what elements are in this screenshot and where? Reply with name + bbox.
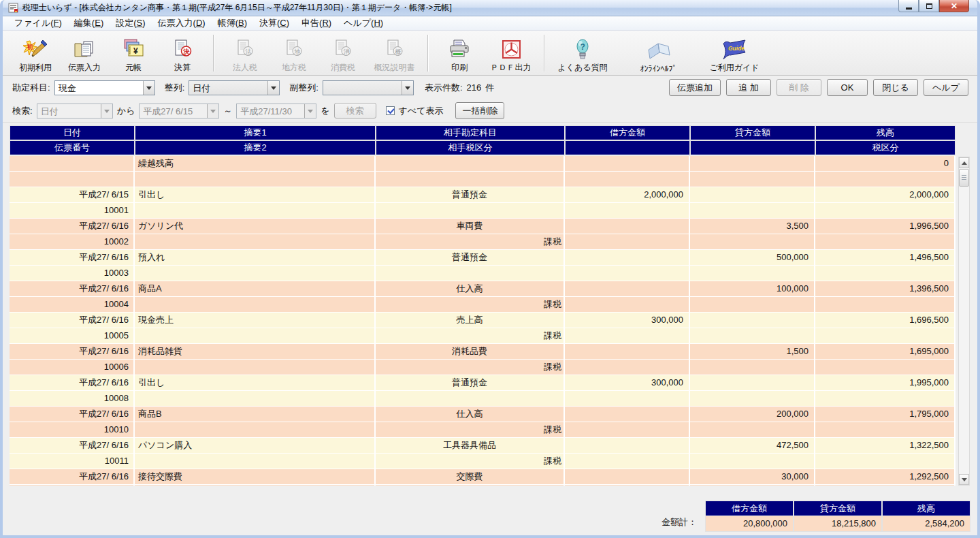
- cell-blank: [565, 203, 689, 218]
- general-ledger-button[interactable]: ¥元帳: [109, 33, 158, 74]
- menu-books[interactable]: 帳簿(B): [212, 16, 253, 31]
- ledger-row-main[interactable]: 平成27/ 6/16預入れ普通預金500,0001,496,500: [10, 250, 956, 266]
- ledger-row-sub[interactable]: 10006課税: [10, 360, 956, 375]
- cell-counter_account: 消耗品費: [376, 344, 564, 359]
- show-all-checkbox[interactable]: [386, 106, 395, 115]
- pdf-export-button[interactable]: ＰＤＦ出力: [484, 33, 538, 74]
- cell-summary2: [135, 485, 374, 486]
- cell-blank: [690, 266, 814, 281]
- delete-button[interactable]: 削 除: [777, 79, 821, 96]
- local-tax-button[interactable]: 地地方税: [270, 33, 318, 74]
- menu-tax-return[interactable]: 申告(R): [295, 16, 338, 31]
- header-voucher-no: 伝票番号: [10, 141, 134, 155]
- record-count-value: 216: [467, 82, 482, 93]
- account-select[interactable]: 現金: [54, 80, 155, 95]
- filter-bar: 勘定科目: 現金 整列: 日付 副整列: 表示件数: 216 件 伝票追加追 加…: [3, 76, 977, 99]
- ledger-row-sub[interactable]: 10003: [10, 266, 956, 281]
- menu-file[interactable]: ファイル(F): [8, 16, 68, 31]
- user-guide-button[interactable]: Guideご利用ガイド: [703, 33, 766, 74]
- minimize-button[interactable]: [898, 0, 919, 12]
- close-window-button[interactable]: ✕: [939, 0, 969, 12]
- cell-voucher_no: 10004: [10, 297, 133, 312]
- ledger-row-main[interactable]: 平成27/ 6/16商品A仕入高100,0001,396,500: [10, 281, 956, 297]
- business-overview-button[interactable]: 概概況説明書: [368, 33, 421, 74]
- cell-blank: [565, 172, 689, 187]
- cell-blank: [565, 485, 689, 486]
- ledger-row-main[interactable]: 平成27/ 6/16接待交際費交際費30,0001,292,500: [10, 469, 956, 485]
- cell-tax_class: [815, 422, 954, 437]
- cell-debit: [565, 344, 689, 359]
- svg-text:初: 初: [27, 44, 33, 50]
- ledger-row-sub[interactable]: 10005課税: [10, 328, 956, 344]
- toolbar-button-label: 消費税: [331, 62, 355, 74]
- cell-tax_class: [815, 328, 954, 343]
- cell-date: 平成27/ 6/16: [10, 219, 133, 234]
- cell-counter_account: 交際費: [376, 469, 564, 484]
- doc-gai-icon: 概: [383, 35, 406, 61]
- ledger-row-sub[interactable]: 10001: [10, 203, 956, 219]
- ledger-row-main[interactable]: 平成27/ 6/16ガソリン代車両費3,5001,996,500: [10, 219, 956, 234]
- faq-button[interactable]: ?よくある質問: [551, 33, 614, 74]
- ledger-row-sub[interactable]: [10, 485, 956, 486]
- cell-date: 平成27/ 6/16: [10, 313, 133, 328]
- date-to-select[interactable]: 平成27/11/30: [236, 104, 316, 118]
- scroll-thumb[interactable]: [959, 169, 969, 187]
- scroll-down-button[interactable]: [959, 474, 969, 485]
- ledger-row-sub[interactable]: [10, 172, 956, 187]
- cell-balance: 1,996,500: [815, 219, 954, 234]
- menu-help[interactable]: ヘルプ(H): [338, 16, 389, 31]
- menu-settings[interactable]: 設定(S): [110, 16, 151, 31]
- guide-icon: Guide: [721, 35, 748, 61]
- close-button[interactable]: 閉じる: [873, 79, 918, 96]
- toolbar-separator: [544, 35, 545, 72]
- cell-summary1: 引出し: [135, 375, 374, 390]
- init-icon: 初: [23, 35, 48, 61]
- search-button[interactable]: 検索: [334, 103, 376, 118]
- date-from-select[interactable]: 平成27/ 6/15: [139, 104, 219, 118]
- toolbar-separator: [427, 35, 429, 72]
- menu-settlement[interactable]: 決算(C): [253, 16, 295, 31]
- settlement-button[interactable]: 決決算: [158, 33, 207, 74]
- ledger-row-main[interactable]: 繰越残高0: [10, 156, 956, 172]
- corporate-tax-button[interactable]: 法法人税: [220, 33, 270, 74]
- initial-setup-button[interactable]: 初初期利用: [11, 33, 60, 74]
- subsort-select[interactable]: [323, 80, 414, 95]
- ledger-row-sub[interactable]: 10011課税: [10, 454, 956, 469]
- consumption-tax-button[interactable]: 消消費税: [318, 33, 368, 74]
- vertical-scrollbar[interactable]: [958, 157, 970, 486]
- add-button[interactable]: 追 加: [726, 79, 771, 96]
- menu-edit[interactable]: 編集(E): [68, 16, 110, 31]
- ledger-row-sub[interactable]: 10002課税: [10, 234, 956, 250]
- print-button[interactable]: 印刷: [435, 33, 484, 74]
- restore-button[interactable]: [919, 0, 939, 12]
- cell-date: 平成27/ 6/16: [10, 469, 133, 484]
- cell-summary2: [135, 266, 374, 281]
- help-button[interactable]: ヘルプ: [924, 79, 968, 96]
- voucher-entry-button[interactable]: 伝票入力: [60, 33, 109, 74]
- cell-credit: 30,000: [690, 469, 814, 484]
- ledger-row-main[interactable]: 平成27/ 6/15引出し普通預金2,000,0002,000,000: [10, 187, 956, 203]
- svg-text:消: 消: [344, 48, 350, 55]
- ok-button[interactable]: OK: [827, 79, 868, 96]
- search-field-select[interactable]: 日付: [37, 104, 113, 118]
- cell-voucher_no: 10003: [10, 266, 133, 281]
- ledger-row-main[interactable]: 平成27/ 6/16消耗品雑貨消耗品費1,5001,695,000: [10, 344, 956, 360]
- from-label: から: [117, 105, 135, 117]
- header-credit: 貸方金額: [691, 126, 815, 140]
- totals-header-balance: 残高: [883, 501, 970, 516]
- ledger-row-main[interactable]: 平成27/ 6/16パソコン購入工具器具備品472,5001,322,500: [10, 438, 956, 454]
- voucher-add-button[interactable]: 伝票追加: [669, 79, 721, 96]
- ledger-row-main[interactable]: 平成27/ 6/16商品B仕入高200,0001,795,000: [10, 407, 956, 422]
- ledger-row-sub[interactable]: 10008: [10, 391, 956, 407]
- online-help-button[interactable]: ｵﾝﾗｲﾝﾍﾙﾌﾟ: [614, 33, 703, 74]
- scroll-up-button[interactable]: [959, 157, 969, 168]
- ledger-row-main[interactable]: 平成27/ 6/16現金売上売上高300,0001,696,500: [10, 313, 956, 328]
- ledger-row-sub[interactable]: 10010課税: [10, 422, 956, 438]
- cell-counter_account: 普通預金: [376, 187, 564, 202]
- bulk-delete-button[interactable]: 一括削除: [455, 102, 504, 119]
- menu-voucher-input[interactable]: 伝票入力(D): [152, 16, 212, 31]
- cell-debit: 2,000,000: [565, 187, 689, 202]
- ledger-row-sub[interactable]: 10004課税: [10, 297, 956, 313]
- ledger-row-main[interactable]: 平成27/ 6/16引出し普通預金300,0001,995,000: [10, 375, 956, 391]
- sort-select[interactable]: 日付: [189, 80, 280, 95]
